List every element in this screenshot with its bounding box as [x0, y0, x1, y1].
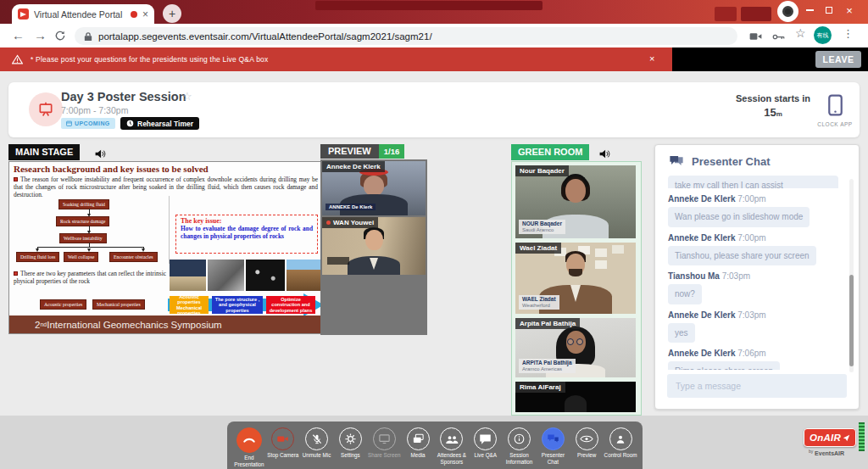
- participant-name-label: Rima AlFaraj: [515, 382, 565, 393]
- bullet-icon: [14, 271, 18, 276]
- unmute-mic-button[interactable]: Unmute Mic: [300, 427, 334, 469]
- participant-name-label: Arpita Pal Bathija: [515, 318, 580, 329]
- chat-message-input[interactable]: [667, 374, 847, 398]
- clock-app-link[interactable]: CLOCK APP: [809, 94, 861, 127]
- poster-paragraph: There are two key parameters that can re…: [14, 271, 166, 286]
- participant-name-label: Anneke De Klerk: [322, 161, 385, 172]
- video-tile-nour[interactable]: Nour Baqader NOUR Baqader Saudi Aramco: [515, 165, 636, 238]
- video-tile-wael[interactable]: Wael Ziadat WAEL Ziadat Weatherford: [515, 243, 636, 314]
- poster-title: Research background and key issues to be…: [14, 164, 209, 174]
- poster-thumbnail: [246, 260, 285, 291]
- clock-app-label: CLOCK APP: [809, 121, 861, 127]
- window-close-button[interactable]: ×: [840, 0, 859, 20]
- chat-message: now?: [668, 284, 838, 304]
- alert-text: * Please post your questions for the pre…: [31, 55, 269, 64]
- tab-close-icon[interactable]: ×: [142, 9, 148, 20]
- logo-arrow-icon: [843, 434, 850, 442]
- reload-button[interactable]: [54, 30, 66, 45]
- preview-counter: 1/16: [379, 144, 405, 159]
- alert-close-icon[interactable]: ×: [649, 53, 654, 64]
- settings-button[interactable]: Settings: [333, 427, 367, 469]
- bullet-icon: [14, 177, 18, 181]
- media-button[interactable]: Media: [401, 427, 435, 469]
- poster-session-icon: [29, 92, 63, 126]
- rehearsal-timer-badge[interactable]: Rehearsal Timer: [120, 117, 199, 130]
- video-tile-arpita[interactable]: Arpita Pal Bathija ARPITA Pal Bathija Ar…: [515, 318, 636, 377]
- window-minimize-button[interactable]: [801, 0, 818, 20]
- video-tile-wan[interactable]: WAN Youwei: [322, 217, 426, 275]
- bookmark-star-icon[interactable]: ☆: [795, 26, 806, 40]
- end-presentation-button[interactable]: End Presentation: [232, 427, 266, 469]
- status-badge: UPCOMING: [61, 118, 115, 129]
- flow-connector: [37, 247, 144, 248]
- browser-tab[interactable]: Virtual Attendee Portal ×: [12, 4, 154, 24]
- chat-message-meta: Tianshou Ma 7:03pm: [668, 271, 838, 281]
- chat-bubble-icon: [474, 427, 497, 450]
- titlebar-artifact: [315, 1, 542, 10]
- leave-button[interactable]: LEAVE: [815, 51, 861, 68]
- chat-bubbles-icon: [669, 155, 684, 168]
- chat-message: Rima please share screen: [668, 361, 838, 370]
- presenter-chat-button[interactable]: Presenter Chat: [536, 427, 570, 469]
- green-room-speaker-icon[interactable]: [599, 147, 610, 162]
- screen-recorder-button[interactable]: [777, 1, 798, 22]
- password-key-icon[interactable]: [772, 30, 785, 45]
- lower-third-tag: [327, 257, 349, 265]
- forward-button[interactable]: →: [34, 27, 47, 44]
- back-button[interactable]: ←: [12, 27, 25, 44]
- poster-paragraph: The reason for wellbore instability and …: [14, 176, 318, 199]
- preview-button[interactable]: Preview: [570, 427, 604, 469]
- participant-name-label: Wael Ziadat: [515, 243, 561, 254]
- speaking-indicator-icon: [326, 221, 331, 225]
- chat-message-list[interactable]: take my call then I can assist Anneke De…: [655, 176, 859, 370]
- preview-header: PREVIEW 1/16: [320, 144, 404, 159]
- chat-message: Tianshou, please share your screen: [668, 246, 838, 266]
- info-icon: [508, 427, 531, 450]
- person-icon: [609, 427, 632, 450]
- session-controls-bar: End Presentation Stop Camera Unmute Mic …: [227, 422, 643, 469]
- participant-name-label: Nour Baqader: [515, 165, 569, 176]
- chat-message-meta: Anneke De Klerk 7:00pm: [668, 194, 838, 204]
- url-text: portalapp.segevents.eventsair.com/Virtua…: [98, 31, 432, 42]
- presenter-chat-icon: [542, 427, 565, 450]
- video-tile-rima[interactable]: Rima AlFaraj: [515, 382, 636, 412]
- live-qa-button[interactable]: Live Q&A: [469, 427, 503, 469]
- calendar-icon: [66, 120, 72, 126]
- control-room-button[interactable]: Control Room: [604, 427, 637, 469]
- lock-icon: [84, 31, 92, 42]
- url-bar[interactable]: portalapp.segevents.eventsair.com/Virtua…: [75, 27, 737, 45]
- video-tile-anneke[interactable]: Anneke De Klerk ANNEKE De Klerk: [322, 161, 426, 215]
- key-issue-title: The key issue:: [181, 217, 313, 225]
- lower-third-tag: NOUR Baqader Saudi Aramco: [519, 220, 565, 234]
- session-information-button[interactable]: Session Information: [503, 427, 537, 469]
- main-stage-label: MAIN STAGE: [8, 144, 80, 160]
- browser-titlebar: Virtual Attendee Portal × + ×: [0, 0, 868, 24]
- stop-camera-button[interactable]: Stop Camera: [266, 427, 300, 469]
- camera-permission-icon[interactable]: [749, 30, 762, 45]
- shared-poster-slide: Research background and key issues to be…: [8, 161, 323, 334]
- session-countdown: Session starts in 15m: [729, 93, 817, 119]
- flowchart-box: Well collapse: [64, 252, 98, 262]
- column-divider: [169, 196, 170, 264]
- new-tab-button[interactable]: +: [163, 4, 181, 23]
- browser-menu-icon[interactable]: ⋮: [843, 27, 854, 40]
- poster-thumbnail: [208, 260, 244, 291]
- profile-avatar[interactable]: 有线: [814, 26, 832, 44]
- main-stage-speaker-icon[interactable]: [95, 147, 106, 162]
- parameter-box: Mechanical properties: [92, 299, 145, 310]
- chat-message: Wan please go in slideshow mode: [668, 207, 838, 227]
- favorite-star-icon[interactable]: ☆: [182, 90, 192, 103]
- flowchart-box: Soaking drilling fluid: [58, 199, 109, 209]
- titlebar-artifact: [741, 7, 771, 21]
- key-issue-box: The key issue: How to evaluate the damag…: [175, 215, 318, 254]
- key-issue-body: How to evaluate the damage degree of roc…: [181, 225, 313, 241]
- phone-icon: [828, 94, 843, 116]
- screen-icon: [373, 427, 396, 450]
- chat-message-meta: Anneke De Klerk 7:03pm: [668, 310, 838, 320]
- titlebar-artifact: [715, 7, 737, 21]
- attendees-sponsors-button[interactable]: Attendees & Sponsors: [435, 427, 469, 469]
- chat-title: Presenter Chat: [692, 155, 770, 168]
- window-maximize-button[interactable]: [821, 0, 837, 20]
- chat-scrollbar-thumb[interactable]: [849, 275, 854, 366]
- share-screen-button: Share Screen: [367, 427, 401, 469]
